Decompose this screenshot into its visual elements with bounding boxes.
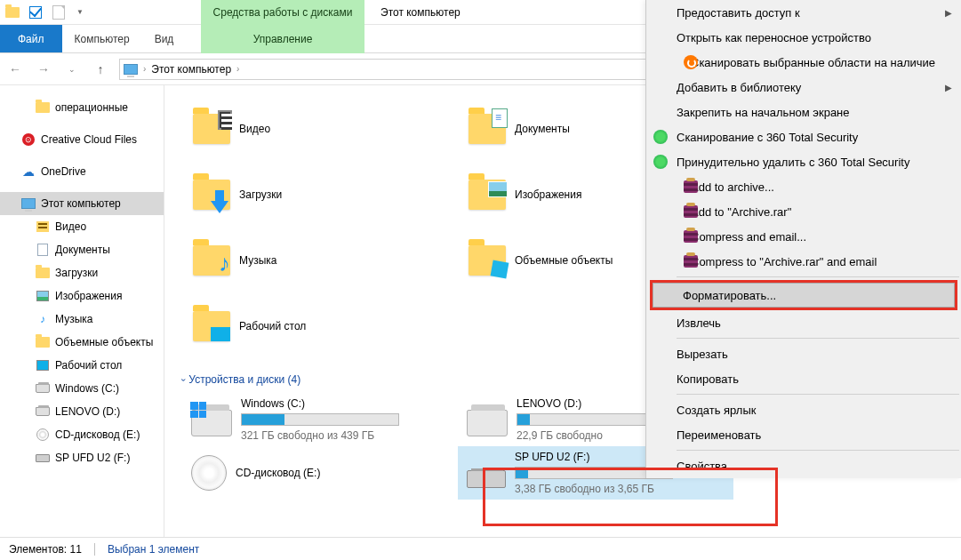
- winrar-icon: [684, 205, 698, 218]
- tab-computer[interactable]: Компьютер: [62, 25, 142, 52]
- menu-item[interactable]: Add to archive...: [646, 174, 961, 199]
- menu-item-label: Создать ярлык: [677, 404, 756, 417]
- tree-item-label: Creative Cloud Files: [41, 133, 137, 146]
- drive-free-space: 321 ГБ свободно из 439 ГБ: [241, 429, 449, 442]
- tree-item-label: CD-дисковод (E:): [55, 428, 140, 441]
- up-button[interactable]: ↑: [91, 60, 110, 79]
- folder-item[interactable]: Рабочий стол: [182, 293, 458, 359]
- tree-item[interactable]: SP UFD U2 (F:): [0, 446, 164, 469]
- folder-icon: [5, 5, 20, 20]
- menu-item[interactable]: Копировать: [646, 366, 961, 391]
- window-title: Этот компьютер: [372, 0, 469, 25]
- tab-manage[interactable]: Управление: [201, 25, 364, 53]
- menu-item[interactable]: Сканирование с 360 Total Security: [646, 124, 961, 149]
- contextual-tab-header: Средства работы с дисками: [201, 0, 364, 25]
- drive-icon: [36, 382, 50, 395]
- forward-button[interactable]: →: [34, 60, 53, 79]
- drive-icon: [467, 458, 506, 488]
- menu-item-label: Compress to "Archive.rar" and email: [691, 255, 877, 268]
- drive-icon: [36, 405, 50, 418]
- chevron-right-icon[interactable]: ›: [143, 64, 146, 74]
- chevron-down-icon[interactable]: ›: [179, 379, 188, 381]
- tree-item[interactable]: Рабочий стол: [0, 354, 164, 377]
- tree-item[interactable]: операционные: [0, 96, 164, 119]
- chevron-right-icon: ▶: [945, 8, 952, 18]
- menu-item[interactable]: Закрепить на начальном экране: [646, 100, 961, 124]
- menu-item[interactable]: Переименовать: [646, 422, 961, 447]
- menu-item[interactable]: Открыть как переносное устройство: [646, 25, 961, 50]
- menu-item[interactable]: Создать ярлык: [646, 397, 961, 422]
- pc-icon: [124, 64, 138, 75]
- folder-label: Загрузки: [239, 188, 282, 201]
- navigation-pane[interactable]: операционные⊙Creative Cloud Files☁OneDri…: [0, 85, 164, 537]
- tree-item[interactable]: Видео: [0, 215, 164, 238]
- pic-icon: [36, 290, 50, 302]
- folder-label: Изображения: [515, 188, 581, 201]
- folder-label: Документы: [515, 123, 570, 135]
- recent-dropdown-icon[interactable]: ⌄: [62, 60, 82, 79]
- menu-item[interactable]: Предоставить доступ к▶: [646, 0, 961, 25]
- status-bar: Элементов: 11 Выбран 1 элемент: [0, 537, 961, 560]
- folder-item[interactable]: ♪Музыка: [182, 228, 458, 293]
- menu-item[interactable]: Вырезать: [646, 341, 961, 366]
- tab-file[interactable]: Файл: [0, 25, 62, 52]
- tree-item[interactable]: Документы: [0, 238, 164, 261]
- menu-item-label: Свойства: [677, 460, 727, 473]
- tree-item[interactable]: Этот компьютер: [0, 192, 164, 215]
- menu-separator: [677, 394, 959, 395]
- tab-view[interactable]: Вид: [142, 25, 187, 52]
- folder-item[interactable]: Загрузки: [182, 162, 458, 228]
- tree-item-label: Windows (C:): [55, 382, 119, 395]
- menu-item-label: Извлечь: [677, 316, 721, 330]
- folder-icon: [191, 174, 232, 215]
- 3d-icon: [36, 336, 50, 348]
- drives-group-label: Устройства и диски (4): [188, 373, 300, 386]
- tree-item[interactable]: Объемные объекты: [0, 331, 164, 354]
- menu-item-label: Add to "Archive.rar": [691, 205, 791, 219]
- drive-item[interactable]: Windows (C:)321 ГБ свободно из 439 ГБ: [182, 393, 458, 446]
- menu-item[interactable]: Свойства: [646, 453, 961, 478]
- menu-item-label: Открыть как переносное устройство: [677, 31, 871, 44]
- winrar-icon: [684, 230, 698, 243]
- properties-checkbox-icon[interactable]: [28, 5, 43, 20]
- menu-item[interactable]: Add to "Archive.rar": [646, 199, 961, 224]
- qat-dropdown-icon[interactable]: ▼: [76, 8, 84, 16]
- folder-icon: [36, 101, 50, 114]
- folder-label: Рабочий стол: [239, 320, 306, 332]
- folder-icon: [191, 306, 232, 347]
- tree-item[interactable]: Изображения: [0, 284, 164, 308]
- chevron-right-icon[interactable]: ›: [236, 64, 239, 74]
- menu-item[interactable]: Добавить в библиотеку▶: [646, 75, 961, 100]
- menu-item-label: Compress and email...: [691, 230, 806, 244]
- winrar-icon: [684, 180, 698, 193]
- tree-item[interactable]: ♪Музыка: [0, 308, 164, 331]
- tree-item-label: Изображения: [55, 290, 122, 302]
- film-icon: [36, 220, 50, 233]
- tree-item-label: Музыка: [55, 313, 92, 325]
- status-item-count: Элементов: 11: [9, 543, 82, 556]
- menu-item[interactable]: Compress to "Archive.rar" and email: [646, 249, 961, 274]
- menu-item-label: Add to archive...: [691, 180, 774, 194]
- menu-item[interactable]: Принудительно удалить с 360 Total Securi…: [646, 149, 961, 174]
- new-document-icon[interactable]: [52, 5, 66, 20]
- menu-item-label: Вырезать: [677, 348, 728, 361]
- folder-icon: [467, 174, 508, 215]
- folder-item[interactable]: Видео: [182, 96, 458, 162]
- breadcrumb-root[interactable]: Этот компьютер: [151, 63, 231, 76]
- tree-item[interactable]: LENOVO (D:): [0, 400, 164, 423]
- menu-item[interactable]: Сканировать выбранные области на наличие: [646, 50, 961, 75]
- menu-item[interactable]: Compress and email...: [646, 224, 961, 249]
- drive-icon: [191, 455, 227, 491]
- menu-item[interactable]: Форматировать...: [653, 283, 955, 308]
- menu-item[interactable]: Извлечь: [646, 310, 961, 335]
- tree-item[interactable]: CD-дисковод (E:): [0, 423, 164, 446]
- context-menu[interactable]: Предоставить доступ к▶Открыть как перено…: [645, 0, 961, 478]
- quick-access-toolbar: ▼: [0, 5, 89, 20]
- tree-item[interactable]: ⊙Creative Cloud Files: [0, 128, 164, 151]
- back-button[interactable]: ←: [5, 60, 25, 79]
- avast-icon: [684, 55, 698, 69]
- drive-item[interactable]: CD-дисковод (E:): [182, 446, 458, 500]
- tree-item[interactable]: ☁OneDrive: [0, 160, 164, 183]
- tree-item[interactable]: Загрузки: [0, 261, 164, 284]
- tree-item[interactable]: Windows (C:): [0, 377, 164, 400]
